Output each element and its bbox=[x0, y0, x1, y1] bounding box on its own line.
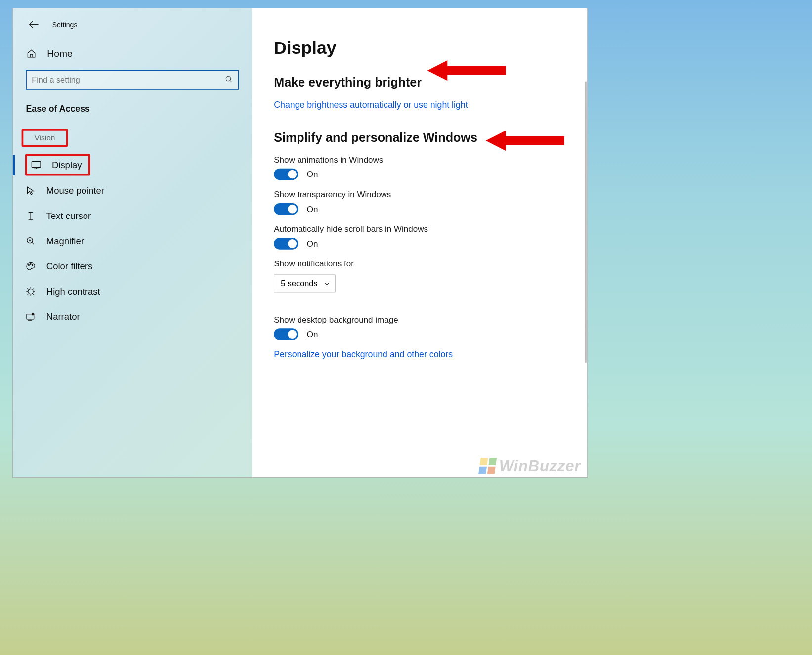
label-hide-scrollbars: Automatically hide scroll bars in Window… bbox=[274, 224, 565, 234]
svg-point-17 bbox=[28, 264, 29, 265]
search-input-wrapper[interactable] bbox=[26, 70, 239, 90]
svg-point-18 bbox=[30, 263, 31, 264]
settings-window: Settings Home Ease of Access Vision bbox=[12, 8, 588, 478]
sidebar: Settings Home Ease of Access Vision bbox=[13, 8, 252, 477]
sidebar-item-label: Color filters bbox=[46, 261, 241, 271]
text-cursor-icon bbox=[25, 211, 36, 221]
annotation-arrow bbox=[427, 56, 508, 87]
chevron-down-icon bbox=[324, 279, 330, 288]
main-content: Display Make everything brighter Change … bbox=[252, 8, 587, 477]
back-arrow-icon bbox=[28, 20, 39, 29]
sidebar-item-text-cursor[interactable]: Text cursor bbox=[13, 203, 252, 228]
home-label: Home bbox=[47, 48, 72, 59]
monitor-icon bbox=[31, 160, 42, 170]
sidebar-item-color-filters[interactable]: Color filters bbox=[13, 254, 252, 279]
svg-marker-33 bbox=[427, 60, 506, 81]
category-vision: Vision bbox=[22, 129, 68, 147]
svg-line-6 bbox=[230, 80, 231, 82]
section-brightness-heading: Make everything brighter bbox=[274, 75, 565, 89]
svg-line-28 bbox=[27, 294, 28, 295]
sidebar-item-label: High contrast bbox=[46, 286, 241, 297]
toggle-show-animations[interactable] bbox=[274, 169, 298, 180]
toggle-desktop-bg[interactable] bbox=[274, 328, 298, 340]
link-brightness-night-light[interactable]: Change brightness automatically or use n… bbox=[274, 100, 565, 110]
page-title: Display bbox=[274, 38, 565, 58]
home-icon bbox=[26, 49, 37, 58]
sidebar-item-label: Mouse pointer bbox=[46, 185, 241, 196]
window-title: Settings bbox=[52, 21, 78, 29]
watermark: WinBuzzer bbox=[479, 457, 581, 475]
label-show-transparency: Show transparency in Windows bbox=[274, 190, 565, 200]
mouse-icon bbox=[25, 186, 36, 195]
select-notification-duration[interactable]: 5 seconds bbox=[274, 275, 335, 292]
toggle-hide-scrollbars[interactable] bbox=[274, 238, 298, 250]
toggle-state: On bbox=[307, 239, 318, 249]
label-notifications-for: Show notifications for bbox=[274, 259, 565, 269]
svg-line-14 bbox=[32, 242, 34, 244]
toggle-state: On bbox=[307, 170, 318, 179]
watermark-logo-icon bbox=[478, 458, 498, 475]
sidebar-item-high-contrast[interactable]: High contrast bbox=[13, 279, 252, 304]
sidebar-item-label: Display bbox=[52, 160, 82, 170]
svg-point-30 bbox=[32, 313, 34, 315]
svg-line-27 bbox=[33, 288, 34, 289]
svg-rect-7 bbox=[32, 161, 41, 167]
svg-point-20 bbox=[28, 289, 33, 294]
sidebar-item-mouse-pointer[interactable]: Mouse pointer bbox=[13, 178, 252, 203]
search-icon bbox=[225, 75, 233, 85]
annotation-arrow bbox=[486, 126, 566, 157]
watermark-text: WinBuzzer bbox=[499, 457, 581, 475]
svg-line-26 bbox=[33, 294, 34, 295]
svg-point-5 bbox=[226, 76, 230, 81]
search-input[interactable] bbox=[32, 75, 225, 85]
label-desktop-bg: Show desktop background image bbox=[274, 315, 565, 325]
back-button[interactable] bbox=[28, 20, 39, 31]
home-nav[interactable]: Home bbox=[13, 43, 252, 68]
svg-marker-34 bbox=[486, 131, 564, 151]
sidebar-item-display[interactable]: Display bbox=[13, 152, 252, 177]
settings-group-title: Ease of Access bbox=[13, 101, 252, 129]
sidebar-item-label: Text cursor bbox=[46, 211, 241, 221]
scrollbar[interactable] bbox=[585, 82, 587, 363]
contrast-icon bbox=[25, 286, 36, 297]
toggle-state: On bbox=[307, 329, 318, 339]
toggle-show-transparency[interactable] bbox=[274, 203, 298, 215]
sidebar-item-narrator[interactable]: Narrator bbox=[13, 304, 252, 329]
sidebar-item-magnifier[interactable]: Magnifier bbox=[13, 228, 252, 254]
select-value: 5 seconds bbox=[281, 279, 317, 288]
palette-icon bbox=[25, 262, 36, 271]
svg-point-19 bbox=[32, 264, 33, 265]
link-personalize-colors[interactable]: Personalize your background and other co… bbox=[274, 349, 565, 360]
sidebar-item-label: Narrator bbox=[46, 311, 241, 322]
svg-line-25 bbox=[27, 288, 28, 289]
sidebar-item-label: Magnifier bbox=[46, 236, 241, 246]
toggle-state: On bbox=[307, 204, 318, 214]
narrator-icon bbox=[25, 312, 36, 321]
magnifier-icon bbox=[25, 236, 36, 246]
